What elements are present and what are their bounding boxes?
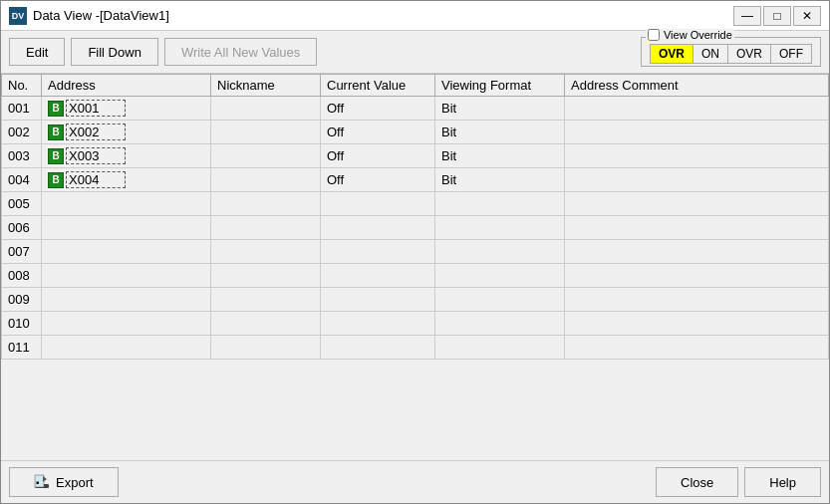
view-override-controls: OVR ON OVR OFF [650,44,812,64]
svg-marker-3 [43,476,47,482]
table-header-row: No. Address Nickname Current Value Viewi… [2,75,829,97]
edit-button[interactable]: Edit [9,38,65,66]
cell-no: 004 [2,168,42,192]
view-override-group: View Override OVR ON OVR OFF [641,37,821,67]
cell-current-value [321,240,435,264]
cell-no: 001 [2,97,42,121]
data-table-container[interactable]: No. Address Nickname Current Value Viewi… [1,74,829,460]
cell-no: 003 [2,144,42,168]
minimize-button[interactable]: — [733,6,761,26]
cell-address[interactable] [42,240,211,264]
col-header-address: Address [42,75,211,97]
cell-address[interactable]: BX002 [42,121,211,144]
view-override-checkbox[interactable] [648,29,660,41]
table-row[interactable]: 009 [2,288,829,312]
address-value[interactable]: X004 [66,171,126,188]
on-button[interactable]: ON [693,44,728,64]
cell-current-value: Off [321,168,435,192]
table-row[interactable]: 005 [2,192,829,216]
cell-current-value: Off [321,97,435,121]
cell-address[interactable]: BX001 [42,97,211,121]
address-value[interactable]: X001 [66,100,126,117]
table-row[interactable]: 010 [2,312,829,336]
cell-address-comment[interactable] [565,288,829,312]
cell-viewing-format: Bit [435,97,565,121]
cell-viewing-format: Bit [435,168,565,192]
title-bar: DV Data View -[DataView1] — □ ✕ [1,1,829,31]
main-window: DV Data View -[DataView1] — □ ✕ Edit Fil… [0,0,830,504]
cell-address-comment[interactable] [565,336,829,360]
cell-nickname[interactable] [211,216,321,240]
cell-address-comment[interactable] [565,264,829,288]
close-button[interactable]: Close [656,467,738,497]
cell-nickname[interactable] [211,168,321,192]
cell-current-value [321,264,435,288]
cell-address[interactable] [42,288,211,312]
ovr-off-button[interactable]: OVR [728,44,771,64]
footer-left: ■ Export [9,467,119,497]
cell-nickname[interactable] [211,97,321,121]
cell-address-comment[interactable] [565,192,829,216]
table-row[interactable]: 008 [2,264,829,288]
table-row[interactable]: 002BX002OffBit [2,121,829,144]
maximize-button[interactable]: □ [763,6,791,26]
export-button[interactable]: ■ Export [9,467,119,497]
cell-address-comment[interactable] [565,121,829,144]
table-row[interactable]: 001BX001OffBit [2,97,829,121]
cell-current-value: Off [321,121,435,144]
col-header-current-value: Current Value [321,75,435,97]
bit-icon: B [48,101,64,117]
table-body: 001BX001OffBit002BX002OffBit003BX003OffB… [2,97,829,360]
cell-viewing-format [435,240,565,264]
cell-address-comment[interactable] [565,144,829,168]
cell-nickname[interactable] [211,312,321,336]
address-value[interactable]: X002 [66,124,126,140]
fill-down-button[interactable]: Fill Down [71,38,157,66]
cell-address-comment[interactable] [565,216,829,240]
cell-address-comment[interactable] [565,97,829,121]
export-icon: ■ [34,474,50,490]
cell-address[interactable] [42,312,211,336]
cell-address[interactable] [42,216,211,240]
table-row[interactable]: 004BX004OffBit [2,168,829,192]
table-row[interactable]: 007 [2,240,829,264]
cell-address[interactable]: BX003 [42,144,211,168]
table-row[interactable]: 003BX003OffBit [2,144,829,168]
cell-nickname[interactable] [211,288,321,312]
cell-nickname[interactable] [211,240,321,264]
cell-nickname[interactable] [211,121,321,144]
cell-address[interactable] [42,336,211,360]
bit-icon: B [48,172,64,188]
cell-address-comment[interactable] [565,312,829,336]
cell-address-comment[interactable] [565,240,829,264]
cell-address-comment[interactable] [565,168,829,192]
address-value[interactable]: X003 [66,147,126,164]
cell-no: 006 [2,216,42,240]
cell-nickname[interactable] [211,192,321,216]
window-close-button[interactable]: ✕ [793,6,821,26]
cell-current-value [321,288,435,312]
cell-current-value [321,192,435,216]
cell-nickname[interactable] [211,264,321,288]
help-button[interactable]: Help [744,467,821,497]
title-bar-left: DV Data View -[DataView1] [9,7,169,25]
cell-current-value [321,336,435,360]
footer: ■ Export Close Help [1,460,829,503]
cell-no: 008 [2,264,42,288]
write-all-button[interactable]: Write All New Values [164,38,317,66]
cell-nickname[interactable] [211,144,321,168]
cell-no: 002 [2,121,42,144]
ovr-on-button[interactable]: OVR [650,44,693,64]
cell-address[interactable]: BX004 [42,168,211,192]
cell-nickname[interactable] [211,336,321,360]
table-row[interactable]: 011 [2,336,829,360]
table-row[interactable]: 006 [2,216,829,240]
title-bar-controls: — □ ✕ [733,6,821,26]
off-button[interactable]: OFF [771,44,812,64]
cell-address[interactable] [42,192,211,216]
footer-right: Close Help [656,467,821,497]
cell-address[interactable] [42,264,211,288]
cell-current-value: Off [321,144,435,168]
view-override-label: View Override [646,29,734,41]
cell-viewing-format [435,192,565,216]
